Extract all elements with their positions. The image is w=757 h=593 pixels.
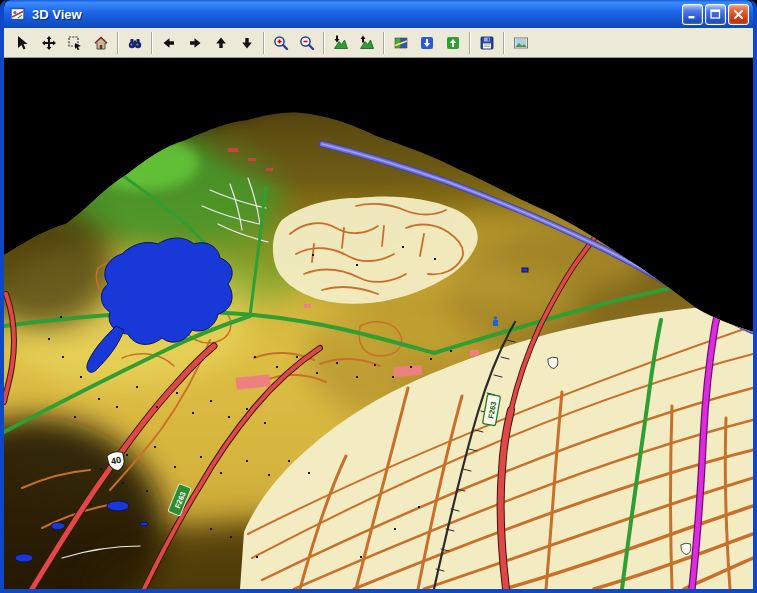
terrain-3d-scene: 40 F263 F263 [4,58,753,589]
toolbar-separator [383,32,385,54]
increase-exaggeration-button[interactable] [440,30,466,56]
home-icon [93,35,109,51]
map-detail-icon [393,35,409,51]
pointer-arrow-icon [15,35,31,51]
floppy-disk-icon [479,35,495,51]
toolbar-separator [151,32,153,54]
picture-icon [513,35,529,51]
pan-tool-button[interactable] [36,30,62,56]
terrain-arrow-down-icon [333,35,349,51]
maximize-icon [710,9,721,20]
map-detail-button[interactable] [388,30,414,56]
pan-left-button[interactable] [156,30,182,56]
minimize-button[interactable] [682,4,703,25]
arrow-down-icon [239,35,255,51]
zoom-in-button[interactable] [268,30,294,56]
window-title: 3D View [32,7,680,22]
map-viewport-3d[interactable]: 40 F263 F263 [4,58,753,589]
terrain-arrow-up-icon [359,35,375,51]
find-button[interactable] [122,30,148,56]
magnifier-plus-icon [273,35,289,51]
binoculars-icon [127,35,143,51]
maximize-button[interactable] [705,4,726,25]
zoom-out-button[interactable] [294,30,320,56]
toolbar [4,28,753,58]
map-document-icon-glyph [10,6,26,22]
magnifier-minus-icon [299,35,315,51]
close-button[interactable] [728,4,749,25]
toolbar-separator [263,32,265,54]
toolbar-separator [503,32,505,54]
pan-right-button[interactable] [182,30,208,56]
pan-up-button[interactable] [208,30,234,56]
toolbar-separator [117,32,119,54]
map-document-icon[interactable] [10,6,27,22]
decrease-exaggeration-button[interactable] [414,30,440,56]
select-tool-button[interactable] [10,30,36,56]
save-button[interactable] [474,30,500,56]
poi-marker-blue [493,316,498,326]
green-arrow-up-icon [445,35,461,51]
arrow-up-icon [213,35,229,51]
route-shield-label: 40 [110,455,122,467]
app-window: 3D View [0,0,757,593]
reset-view-button[interactable] [88,30,114,56]
minimize-icon [687,9,698,20]
drag-region-icon [67,35,83,51]
title-bar: 3D View [4,0,753,28]
arrow-left-icon [161,35,177,51]
four-way-arrows-icon [41,35,57,51]
close-icon [733,9,744,20]
arrow-right-icon [187,35,203,51]
copy-image-button[interactable] [508,30,534,56]
toolbar-separator [469,32,471,54]
raise-viewpoint-button[interactable] [354,30,380,56]
drag-region-button[interactable] [62,30,88,56]
toolbar-separator [323,32,325,54]
lower-viewpoint-button[interactable] [328,30,354,56]
blue-arrow-down-icon [419,35,435,51]
pan-down-button[interactable] [234,30,260,56]
